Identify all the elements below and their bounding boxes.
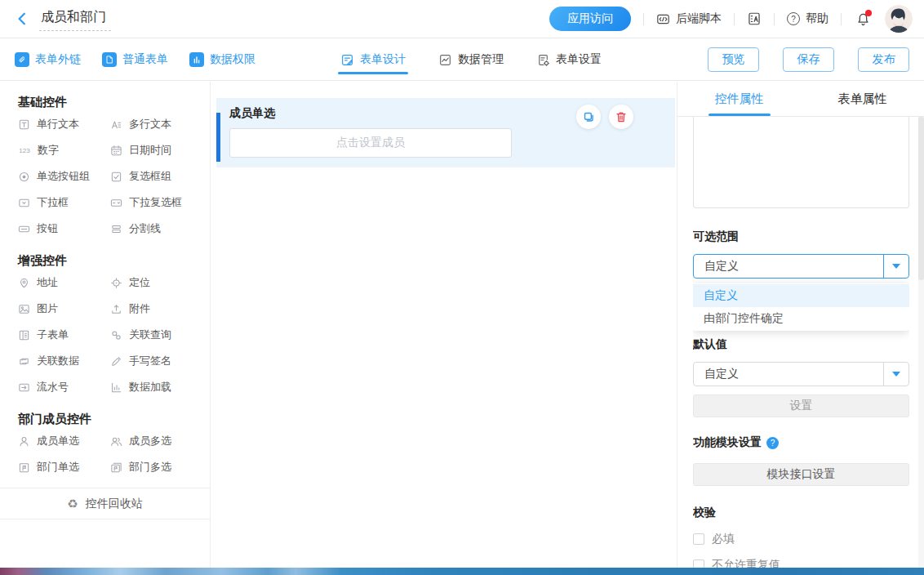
tab-data-management[interactable]: 数据管理: [438, 39, 504, 80]
notification-bell-button[interactable]: [854, 10, 872, 28]
widget-single-line-text[interactable]: 单行文本: [18, 111, 110, 137]
form-canvas[interactable]: 成员单选 点击设置成员: [211, 82, 677, 568]
help-question-badge[interactable]: [766, 437, 779, 449]
properties-body: 可选范围 自定义 自定义 由部门控件确定 默认值 自定义 设置 功能模块设置 模…: [693, 117, 909, 568]
tab-form-design[interactable]: 表单设计: [340, 39, 406, 80]
tab-label: 表单设计: [360, 52, 406, 67]
tab-form-settings[interactable]: 表单设置: [536, 39, 602, 80]
docs-book-icon: [747, 11, 762, 26]
app-window: 成员和部门 应用访问 后端脚本 帮助: [0, 0, 924, 575]
select-icon: [18, 197, 30, 209]
widget-attachment[interactable]: 附件: [110, 296, 210, 322]
form-title[interactable]: 成员和部门: [39, 7, 111, 31]
number-123-icon: [18, 147, 31, 154]
recycle-label: 控件回收站: [86, 497, 143, 511]
description-box[interactable]: [693, 117, 909, 208]
tab-widget-props[interactable]: 控件属性: [677, 82, 801, 116]
preview-button[interactable]: 预览: [708, 47, 759, 72]
desktop-wallpaper-strip: [0, 568, 924, 575]
nav-normal-form[interactable]: 普通表单: [102, 52, 168, 67]
widget-group-title-basic: 基础控件: [18, 93, 210, 111]
avatar-image: [885, 5, 913, 33]
scrollbar-thumb[interactable]: [918, 117, 924, 280]
module-api-button[interactable]: 模块接口设置: [693, 463, 909, 486]
docs-button[interactable]: [747, 11, 762, 26]
default-value-label: 默认值: [693, 337, 909, 352]
selected-field-card[interactable]: 成员单选 点击设置成员: [216, 98, 675, 167]
default-select-arrow[interactable]: [883, 363, 908, 386]
widget-dept-single[interactable]: 部门单选: [18, 454, 110, 480]
widget-divider[interactable]: 分割线: [110, 216, 210, 242]
widget-datetime[interactable]: 日期时间: [110, 137, 210, 163]
delete-field-button[interactable]: [609, 105, 633, 129]
range-select-arrow[interactable]: [883, 255, 908, 278]
widget-signature[interactable]: 手写签名: [110, 348, 210, 374]
widget-button[interactable]: 按钮: [18, 216, 110, 242]
no-duplicate-checkbox-row[interactable]: 不允许重复值: [693, 558, 909, 568]
widget-multi-select[interactable]: 下拉复选框: [110, 189, 210, 216]
nav-label: 表单外链: [35, 52, 81, 67]
back-button[interactable]: [11, 8, 33, 29]
widget-group-title-dept-member: 部门成员控件: [18, 410, 210, 428]
user-avatar[interactable]: [885, 5, 913, 33]
default-value-select[interactable]: 自定义: [693, 362, 909, 386]
design-icon: [340, 53, 354, 67]
serial-icon: [18, 381, 30, 394]
widget-member-multi[interactable]: 成员多选: [110, 428, 210, 454]
module-settings-label: 功能模块设置: [693, 435, 909, 450]
checkbox-icon[interactable]: [693, 533, 704, 545]
caret-down-icon: [892, 372, 900, 377]
required-label: 必填: [712, 532, 735, 546]
bar-chart-icon: [189, 52, 204, 67]
tab-form-props[interactable]: 表单属性: [801, 82, 924, 116]
copy-field-button[interactable]: [576, 105, 601, 129]
range-select[interactable]: 自定义: [693, 254, 909, 279]
properties-tab-bar: 控件属性 表单属性: [677, 82, 924, 117]
widget-data-load[interactable]: 数据加载: [110, 374, 210, 400]
chart-load-icon: [110, 381, 122, 394]
required-checkbox-row[interactable]: 必填: [693, 532, 909, 546]
widget-related-query[interactable]: 关联查询: [110, 322, 210, 348]
widget-member-single[interactable]: 成员单选: [18, 428, 110, 454]
widget-sidebar: 基础控件 单行文本 多行文本 数字 日期时间 单选按钮组 复选框组 下拉框 下拉…: [0, 82, 211, 568]
data-manage-icon: [438, 53, 452, 67]
copy-icon: [582, 110, 595, 123]
member-picker-input[interactable]: 点击设置成员: [229, 128, 512, 158]
option-custom[interactable]: 自定义: [693, 284, 909, 307]
help-button[interactable]: 帮助: [787, 11, 828, 26]
person-icon: [18, 435, 30, 448]
backend-script-button[interactable]: 后端脚本: [656, 11, 722, 26]
departments-icon: [110, 461, 122, 474]
widget-serial-number[interactable]: 流水号: [18, 374, 110, 400]
chevron-left-icon: [15, 11, 29, 26]
widget-location[interactable]: 定位: [110, 270, 210, 296]
widget-select[interactable]: 下拉框: [18, 189, 110, 216]
publish-button[interactable]: 发布: [858, 47, 909, 72]
center-tab-group: 表单设计 数据管理 表单设置: [340, 39, 602, 80]
widget-address[interactable]: 地址: [18, 270, 110, 296]
textarea-icon: [110, 118, 122, 131]
save-button[interactable]: 保存: [783, 47, 834, 72]
widget-checkbox-group[interactable]: 复选框组: [110, 163, 210, 189]
panel-scrollbar[interactable]: [918, 117, 924, 568]
widget-dept-multi[interactable]: 部门多选: [110, 454, 210, 480]
divider: [774, 13, 775, 25]
widget-subform[interactable]: 子表单: [18, 322, 110, 348]
app-access-button[interactable]: 应用访问: [549, 7, 631, 31]
subform-icon: [18, 329, 30, 341]
notification-dot: [865, 10, 872, 16]
widget-related-data[interactable]: 关联数据: [18, 348, 110, 374]
nav-data-permission[interactable]: 数据权限: [189, 52, 255, 67]
widget-image[interactable]: 图片: [18, 296, 110, 322]
selection-indicator: [216, 113, 220, 162]
widget-multi-line-text[interactable]: 多行文本: [110, 111, 210, 137]
pen-icon: [110, 355, 122, 368]
widget-radio-group[interactable]: 单选按钮组: [18, 163, 110, 189]
nav-form-external-link[interactable]: 表单外链: [15, 52, 81, 67]
option-by-department[interactable]: 由部门控件确定: [693, 307, 909, 330]
recycle-bin-button[interactable]: 控件回收站: [0, 488, 210, 519]
widget-number[interactable]: 数字: [18, 137, 110, 163]
upload-icon: [110, 303, 122, 315]
checkbox-icon[interactable]: [693, 559, 704, 568]
set-default-button[interactable]: 设置: [693, 394, 909, 417]
